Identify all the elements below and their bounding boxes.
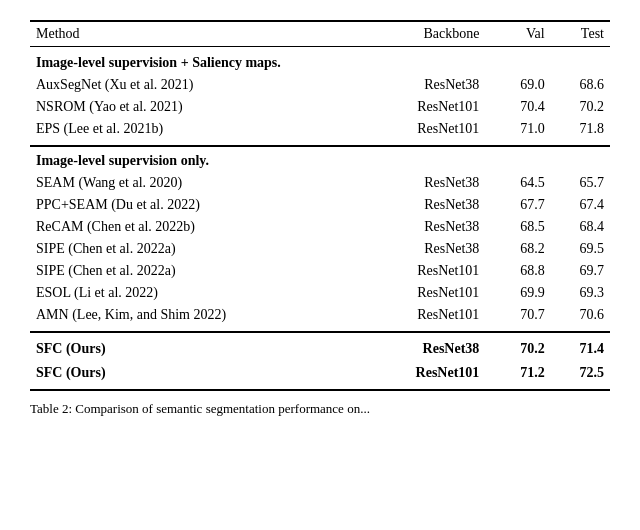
ours-test-cell: 72.5 xyxy=(551,361,610,390)
test-cell: 69.3 xyxy=(551,282,610,304)
val-cell: 69.0 xyxy=(491,74,550,96)
ours-method-cell: SFC (Ours) xyxy=(30,361,359,390)
val-cell: 71.0 xyxy=(491,118,550,146)
ours-backbone-cell: ResNet101 xyxy=(359,361,492,390)
table-row: ReCAM (Chen et al. 2022b) ResNet38 68.5 … xyxy=(30,216,610,238)
ours-val-cell: 71.2 xyxy=(491,361,550,390)
section1-title: Image-level supervision + Saliency maps. xyxy=(30,47,610,75)
backbone-cell: ResNet101 xyxy=(359,304,492,332)
method-cell: EPS (Lee et al. 2021b) xyxy=(30,118,359,146)
val-cell: 70.7 xyxy=(491,304,550,332)
ours-row-2: SFC (Ours) ResNet101 71.2 72.5 xyxy=(30,361,610,390)
backbone-cell: ResNet101 xyxy=(359,96,492,118)
val-cell: 67.7 xyxy=(491,194,550,216)
val-cell: 68.5 xyxy=(491,216,550,238)
table-container: Method Backbone Val Test Image-level sup… xyxy=(30,20,610,417)
method-cell: SIPE (Chen et al. 2022a) xyxy=(30,238,359,260)
ours-test-cell: 71.4 xyxy=(551,332,610,361)
test-cell: 70.6 xyxy=(551,304,610,332)
backbone-cell: ResNet38 xyxy=(359,194,492,216)
backbone-cell: ResNet101 xyxy=(359,118,492,146)
test-cell: 68.6 xyxy=(551,74,610,96)
val-cell: 64.5 xyxy=(491,172,550,194)
table-row: SIPE (Chen et al. 2022a) ResNet101 68.8 … xyxy=(30,260,610,282)
ours-method-cell: SFC (Ours) xyxy=(30,332,359,361)
test-cell: 68.4 xyxy=(551,216,610,238)
method-cell: NSROM (Yao et al. 2021) xyxy=(30,96,359,118)
method-cell: AMN (Lee, Kim, and Shim 2022) xyxy=(30,304,359,332)
table-row: AMN (Lee, Kim, and Shim 2022) ResNet101 … xyxy=(30,304,610,332)
table-row: ESOL (Li et al. 2022) ResNet101 69.9 69.… xyxy=(30,282,610,304)
backbone-cell: ResNet38 xyxy=(359,238,492,260)
table-caption: Table 2: Comparison of semantic segmenta… xyxy=(30,401,610,417)
table-row: SEAM (Wang et al. 2020) ResNet38 64.5 65… xyxy=(30,172,610,194)
ours-row-1: SFC (Ours) ResNet38 70.2 71.4 xyxy=(30,332,610,361)
backbone-cell: ResNet38 xyxy=(359,74,492,96)
col-header-val: Val xyxy=(491,21,550,47)
table-row: NSROM (Yao et al. 2021) ResNet101 70.4 7… xyxy=(30,96,610,118)
val-cell: 70.4 xyxy=(491,96,550,118)
ours-val-cell: 70.2 xyxy=(491,332,550,361)
section2-header: Image-level supervision only. xyxy=(30,146,610,172)
section2-title: Image-level supervision only. xyxy=(30,146,610,172)
method-cell: SEAM (Wang et al. 2020) xyxy=(30,172,359,194)
test-cell: 65.7 xyxy=(551,172,610,194)
table-row: EPS (Lee et al. 2021b) ResNet101 71.0 71… xyxy=(30,118,610,146)
col-header-backbone: Backbone xyxy=(359,21,492,47)
backbone-cell: ResNet38 xyxy=(359,216,492,238)
ours-backbone-cell: ResNet38 xyxy=(359,332,492,361)
section1-header: Image-level supervision + Saliency maps. xyxy=(30,47,610,75)
val-cell: 68.2 xyxy=(491,238,550,260)
method-cell: SIPE (Chen et al. 2022a) xyxy=(30,260,359,282)
val-cell: 68.8 xyxy=(491,260,550,282)
test-cell: 71.8 xyxy=(551,118,610,146)
col-header-method: Method xyxy=(30,21,359,47)
table-row: AuxSegNet (Xu et al. 2021) ResNet38 69.0… xyxy=(30,74,610,96)
method-cell: ESOL (Li et al. 2022) xyxy=(30,282,359,304)
backbone-cell: ResNet101 xyxy=(359,282,492,304)
method-cell: ReCAM (Chen et al. 2022b) xyxy=(30,216,359,238)
method-cell: PPC+SEAM (Du et al. 2022) xyxy=(30,194,359,216)
backbone-cell: ResNet101 xyxy=(359,260,492,282)
col-header-test: Test xyxy=(551,21,610,47)
test-cell: 69.7 xyxy=(551,260,610,282)
caption-text: Table 2: Comparison of semantic segmenta… xyxy=(30,401,370,416)
test-cell: 70.2 xyxy=(551,96,610,118)
backbone-cell: ResNet38 xyxy=(359,172,492,194)
val-cell: 69.9 xyxy=(491,282,550,304)
method-cell: AuxSegNet (Xu et al. 2021) xyxy=(30,74,359,96)
test-cell: 67.4 xyxy=(551,194,610,216)
table-row: PPC+SEAM (Du et al. 2022) ResNet38 67.7 … xyxy=(30,194,610,216)
table-row: SIPE (Chen et al. 2022a) ResNet38 68.2 6… xyxy=(30,238,610,260)
test-cell: 69.5 xyxy=(551,238,610,260)
comparison-table: Method Backbone Val Test Image-level sup… xyxy=(30,20,610,391)
